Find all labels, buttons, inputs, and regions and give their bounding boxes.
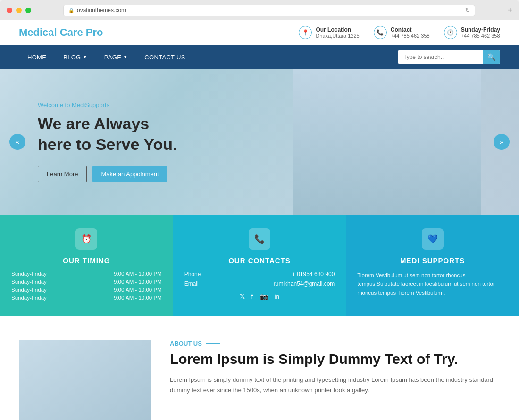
- nav-links: HOME BLOG ▼ PAGE ▼ CONTACT US: [19, 46, 194, 68]
- medi-card: 💙 MEDI SUPPORTS Tiorem Vestibulum ut sem…: [346, 215, 519, 316]
- about-section: ABOUT US Lorem Ipsum is Simply Dummy Tex…: [0, 316, 519, 420]
- phone-icon: 📞: [374, 26, 387, 39]
- top-info-group: 📍 Our Location Dhaka,Uttara 1225 📞 Conta…: [299, 26, 500, 39]
- location-info: 📍 Our Location Dhaka,Uttara 1225: [299, 26, 359, 39]
- social-icons: 𝕏 f 📷 in: [184, 293, 335, 300]
- lock-icon: 🔒: [68, 8, 74, 13]
- contact-info: 📞 Contact +44 785 462 358: [374, 26, 430, 39]
- timing-row-2: Sunday-Friday 9:00 AM - 10:00 PM: [11, 279, 162, 285]
- hero-subtitle: Welcome to MediSupports: [38, 101, 177, 108]
- timing-card: ⏰ OUR TIMING Sunday-Friday 9:00 AM - 10:…: [0, 215, 173, 316]
- medi-icon: 💙: [422, 228, 444, 250]
- hero-title: We are Alwayshere to Serve You.: [38, 113, 177, 155]
- contacts-card: 📞 OUR CONTACTS Phone + 01954 680 900 Ema…: [173, 215, 346, 316]
- contacts-icon: 📞: [249, 228, 270, 250]
- hero-section: « Welcome to MediSupports We are Alwaysh…: [0, 69, 519, 215]
- timing-row-1: Sunday-Friday 9:00 AM - 10:00 PM: [11, 271, 162, 277]
- hours-label: Sunday-Friday: [461, 26, 500, 33]
- browser-chrome: 🔒 ovationthemes.com ↻ +: [0, 0, 519, 20]
- search-input[interactable]: [398, 51, 483, 63]
- new-tab-button[interactable]: +: [507, 6, 512, 15]
- hours-info: 🕐 Sunday-Friday +44 785 462 358: [444, 26, 500, 39]
- hero-buttons: Learn More Make an Appoinment: [38, 166, 177, 182]
- location-icon: 📍: [299, 26, 312, 39]
- about-image-placeholder: [19, 340, 151, 420]
- minimize-dot[interactable]: [16, 8, 22, 13]
- twitter-icon[interactable]: 𝕏: [240, 293, 245, 300]
- page-dropdown-icon: ▼: [123, 55, 127, 59]
- contacts-title: OUR CONTACTS: [184, 256, 335, 264]
- timing-row-3: Sunday-Friday 9:00 AM - 10:00 PM: [11, 287, 162, 293]
- brand-logo[interactable]: Medical Care Pro: [19, 26, 103, 39]
- hours-value: +44 785 462 358: [461, 33, 500, 39]
- clock-icon: 🕐: [444, 26, 457, 39]
- close-dot[interactable]: [7, 8, 12, 13]
- appointment-button[interactable]: Make an Appoinment: [92, 166, 167, 182]
- maximize-dot[interactable]: [25, 8, 31, 13]
- about-label-line: [206, 343, 220, 344]
- learn-more-button[interactable]: Learn More: [38, 166, 87, 182]
- info-cards: ⏰ OUR TIMING Sunday-Friday 9:00 AM - 10:…: [0, 215, 519, 316]
- address-bar[interactable]: 🔒 ovationthemes.com ↻: [63, 5, 475, 16]
- about-text: Lorem Ipsum is simply dummy text of the …: [170, 375, 500, 395]
- top-bar: Medical Care Pro 📍 Our Location Dhaka,Ut…: [0, 20, 519, 45]
- location-value: Dhaka,Uttara 1225: [316, 33, 359, 39]
- location-label: Our Location: [316, 26, 359, 33]
- about-title: Lorem Ipsum is Simply Dummy Text of Try.: [170, 350, 500, 368]
- email-row: Email rumikhan54@gmail.com: [184, 280, 335, 287]
- search-button[interactable]: 🔍: [483, 50, 500, 64]
- medi-text: Tiorem Vestibulum ut sem non tortor rhon…: [357, 271, 508, 297]
- hero-content: Welcome to MediSupports We are Alwaysher…: [0, 82, 215, 201]
- about-image: [19, 340, 151, 420]
- timing-row-4: Sunday-Friday 9:00 AM - 10:00 PM: [11, 295, 162, 301]
- contact-value: +44 785 462 358: [391, 33, 430, 39]
- hero-prev-button[interactable]: «: [9, 134, 25, 150]
- contact-label: Contact: [391, 26, 430, 33]
- hero-next-button[interactable]: »: [494, 134, 510, 150]
- medi-title: MEDI SUPPORTS: [357, 256, 508, 264]
- search-box: 🔍: [398, 50, 500, 64]
- nav-blog[interactable]: BLOG ▼: [55, 46, 96, 68]
- linkedin-icon[interactable]: in: [275, 293, 280, 300]
- about-label: ABOUT US: [170, 340, 500, 347]
- nav-contact[interactable]: CONTACT US: [136, 46, 193, 68]
- refresh-icon[interactable]: ↻: [465, 7, 470, 14]
- phone-row: Phone + 01954 680 900: [184, 271, 335, 278]
- nav-home[interactable]: HOME: [19, 46, 55, 68]
- navbar: HOME BLOG ▼ PAGE ▼ CONTACT US 🔍: [0, 45, 519, 69]
- url-text: ovationthemes.com: [77, 7, 126, 14]
- facebook-icon[interactable]: f: [251, 293, 253, 300]
- hero-background: [182, 69, 519, 215]
- timing-icon: ⏰: [75, 228, 97, 250]
- doctor-image: [293, 69, 481, 215]
- website-content: Medical Care Pro 📍 Our Location Dhaka,Ut…: [0, 20, 519, 420]
- timing-title: OUR TIMING: [11, 256, 162, 264]
- about-content: ABOUT US Lorem Ipsum is Simply Dummy Tex…: [170, 340, 500, 395]
- nav-page[interactable]: PAGE ▼: [96, 46, 136, 68]
- blog-dropdown-icon: ▼: [83, 55, 87, 59]
- instagram-icon[interactable]: 📷: [260, 293, 268, 300]
